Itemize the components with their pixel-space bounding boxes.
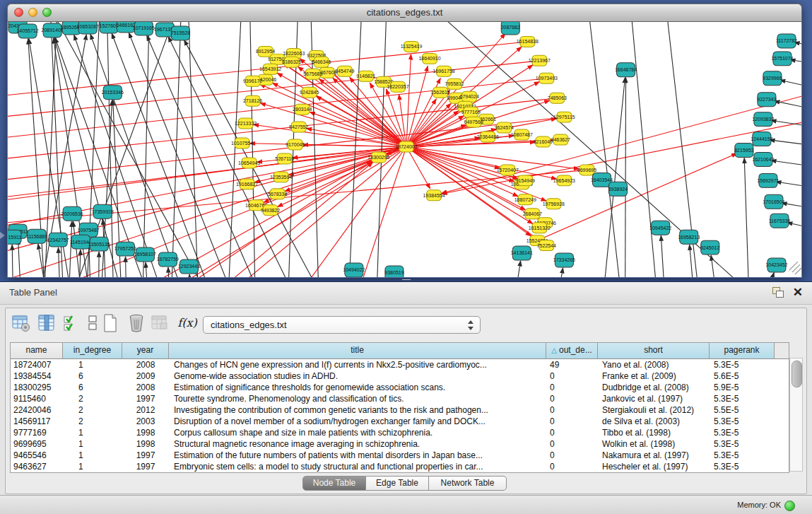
graph-node-16958213[interactable]: 16958213 — [678, 230, 700, 244]
column-header-name[interactable]: name — [11, 343, 63, 358]
graph-node-7522544[interactable]: 7522544 — [537, 240, 556, 251]
graph-node-7485063[interactable]: 7485063 — [548, 93, 567, 103]
table-settings-icon[interactable] — [11, 313, 31, 333]
graph-node-5675685[interactable]: 5675685 — [303, 69, 322, 79]
graph-node-9146821[interactable]: 9146821 — [356, 71, 375, 81]
table-scrollbar[interactable] — [789, 358, 803, 472]
graph-node-8427552[interactable]: 8427552 — [289, 122, 308, 132]
graph-node-6938924[interactable]: 6938924 — [608, 182, 628, 196]
graph-node-19166827[interactable]: 19166827 — [236, 179, 258, 189]
graph-node-11325419[interactable]: 11325419 — [401, 41, 423, 52]
graph-node-10494022[interactable]: 10494022 — [343, 263, 365, 277]
show-column-icon[interactable] — [37, 313, 57, 333]
table-row[interactable]: 1872400712008Changes of HCN gene express… — [11, 359, 789, 370]
graph-node-9380519[interactable]: 9380519 — [384, 266, 404, 277]
function-builder-icon[interactable]: f(x) — [175, 313, 199, 333]
graph-node-6794024[interactable]: 6794024 — [460, 91, 479, 102]
graph-node-5678334[interactable]: 5678334 — [268, 189, 287, 199]
graph-node-20153346[interactable]: 20153346 — [102, 86, 124, 100]
graph-node-16961758[interactable]: 16961758 — [433, 66, 455, 76]
citation-network-graph[interactable]: 1872400789129549127508182260638186325932… — [8, 22, 801, 277]
graph-node-15692971[interactable]: 15692971 — [757, 173, 779, 187]
column-header-short[interactable]: short — [598, 343, 710, 358]
tab-edge-table[interactable]: Edge Table — [366, 476, 429, 491]
table-row[interactable]: 946554611997Estimation of the future num… — [11, 450, 789, 461]
graph-node-8215953[interactable]: 8215953 — [734, 144, 753, 158]
graph-node-18640910[interactable]: 18640910 — [418, 53, 440, 64]
select-columns-icon[interactable] — [62, 313, 82, 333]
graph-node-9777169[interactable]: 9777169 — [461, 107, 481, 117]
table-row[interactable]: 911546021997Tourette syndrome. Phenomeno… — [11, 393, 789, 404]
table-row[interactable]: 1456911722003Disruption of a novel membe… — [11, 416, 789, 427]
network-canvas[interactable]: 1872400789129549127508182260638186325932… — [7, 22, 802, 278]
close-icon[interactable]: ✕ — [793, 285, 803, 300]
delete-table-icon[interactable] — [150, 313, 170, 333]
memory-status-indicator[interactable] — [784, 501, 795, 511]
graph-node-14136141[interactable]: 14136141 — [511, 246, 533, 260]
delete-column-icon[interactable] — [127, 313, 147, 333]
graph-node-12975115[interactable]: 12975115 — [553, 112, 575, 122]
column-header-title[interactable]: title — [169, 343, 546, 358]
graph-node-10945422[interactable]: 10945422 — [649, 221, 671, 235]
graph-node-19654923[interactable]: 19654923 — [553, 175, 575, 186]
table-row[interactable]: 969969511998Structural magnetic resonanc… — [11, 438, 789, 450]
graph-node-11172782[interactable]: 11172782 — [776, 34, 797, 48]
graph-node-16154838[interactable]: 16154838 — [517, 36, 539, 47]
graph-node-3915911[interactable]: 3915911 — [8, 230, 21, 244]
graph-node-12444158[interactable]: 12444158 — [751, 132, 772, 146]
graph-node-11675338[interactable]: 11675338 — [769, 214, 791, 228]
graph-node-10719165[interactable]: 10719165 — [133, 22, 155, 35]
graph-node-10423452[interactable]: 10423452 — [765, 258, 787, 272]
graph-node-9245012[interactable]: 9245012 — [700, 240, 719, 255]
graph-node-16782759[interactable]: 16782759 — [157, 252, 179, 267]
graph-node-9463627[interactable]: 9463627 — [551, 134, 570, 145]
graph-node-3624574[interactable]: 3624574 — [495, 122, 514, 133]
graph-node-12213967[interactable]: 12213967 — [529, 55, 551, 66]
graph-node-5466346[interactable]: 5466346 — [312, 57, 331, 67]
graph-node-19384554[interactable]: 19384554 — [423, 190, 445, 201]
graph-node-9154949[interactable]: 9154949 — [516, 175, 535, 186]
graph-node-10653287[interactable]: 10653287 — [77, 22, 99, 34]
graph-node-12213332[interactable]: 12213332 — [235, 118, 257, 129]
new-column-icon[interactable] — [100, 313, 120, 333]
graph-node-12353594[interactable]: 12353594 — [270, 172, 292, 182]
graph-node-19756928[interactable]: 19756928 — [543, 199, 565, 209]
tab-network-table[interactable]: Network Table — [429, 476, 507, 491]
graph-node-17334265[interactable]: 17334265 — [553, 253, 575, 267]
canvas-resize-grip[interactable] — [789, 262, 801, 274]
network-view-window[interactable]: citations_edges.txt 18724007891295491275… — [7, 4, 802, 277]
graph-node-9396170[interactable]: 9396170 — [243, 76, 262, 86]
tab-node-table[interactable]: Node Table — [302, 476, 366, 491]
table-scrollbar-thumb[interactable] — [792, 361, 802, 387]
graph-node-8186325[interactable]: 8186325 — [282, 57, 301, 67]
graph-node-14055712[interactable]: 14055712 — [16, 24, 38, 38]
graph-node-9493822[interactable]: 9493822 — [261, 205, 280, 216]
graph-node-16210643[interactable]: 16210643 — [752, 152, 774, 166]
graph-node-2087682[interactable]: 2087682 — [501, 22, 520, 35]
table-row[interactable]: 977716911998Corpus callosum shape and si… — [11, 427, 789, 438]
graph-node-10807487[interactable]: 10807487 — [511, 129, 533, 140]
column-header-year[interactable]: year — [122, 343, 169, 358]
column-header-pagerank[interactable]: pagerank — [710, 343, 775, 358]
graph-node-2718126[interactable]: 2718126 — [243, 95, 262, 106]
graph-node-16543912[interactable]: 16543912 — [259, 64, 281, 74]
float-window-icon[interactable] — [772, 287, 784, 298]
graph-node-9329966[interactable]: 9329966 — [763, 71, 782, 86]
graph-node-6497568[interactable]: 6497568 — [464, 117, 483, 127]
table-row[interactable]: 946362711997Embryonic stem cells: a mode… — [11, 461, 789, 472]
graph-node-16648784[interactable]: 16648784 — [615, 63, 637, 77]
graph-node-5267110[interactable]: 5267110 — [275, 153, 294, 164]
graph-node-17359928[interactable]: 17359928 — [92, 204, 114, 218]
graph-node-17957253[interactable]: 17957253 — [114, 242, 136, 256]
graph-node-8216049[interactable]: 8216049 — [534, 136, 553, 147]
column-header-out-de-[interactable]: △out_de... — [546, 343, 598, 358]
graph-node-10107554[interactable]: 10107554 — [231, 138, 253, 148]
graph-node-12093832[interactable]: 12093832 — [752, 112, 774, 127]
graph-node-11156889[interactable]: 11156889 — [26, 229, 47, 243]
table-selector-dropdown[interactable]: citations_edges.txt — [203, 316, 481, 334]
graph-node-2684067[interactable]: 2684067 — [523, 209, 542, 219]
graph-node-9227343[interactable]: 9227343 — [757, 93, 776, 107]
graph-node-12923448[interactable]: 12923448 — [178, 259, 200, 274]
graph-node-16958107[interactable]: 16958107 — [134, 247, 156, 262]
graph-node-13505135[interactable]: 13505135 — [88, 237, 110, 251]
